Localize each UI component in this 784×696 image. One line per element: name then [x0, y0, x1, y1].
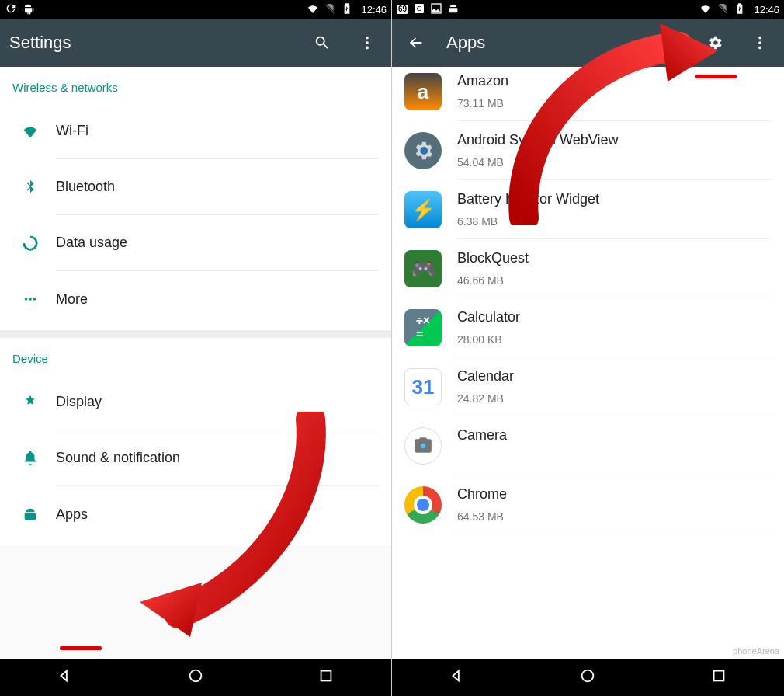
- svg-point-4: [29, 298, 32, 301]
- svg-point-13: [758, 47, 761, 50]
- svg-point-12: [758, 41, 761, 44]
- battery-charging-icon: [341, 2, 353, 17]
- row-wifi[interactable]: Wi-Fi: [0, 103, 391, 159]
- nav-back-button[interactable]: [425, 659, 489, 695]
- row-sound[interactable]: Sound & notification: [0, 430, 391, 486]
- app-name: Android System WebView: [457, 132, 772, 155]
- app-bar-settings: Settings: [0, 19, 391, 67]
- svg-text:C: C: [417, 5, 422, 12]
- app-size: 73.11 MB: [457, 97, 772, 110]
- svg-point-11: [758, 37, 761, 40]
- nav-home-button[interactable]: [164, 659, 227, 695]
- image-icon: [430, 2, 442, 17]
- row-bluetooth[interactable]: Bluetooth: [0, 159, 391, 215]
- svg-point-0: [366, 37, 369, 40]
- row-label: Data usage: [56, 215, 379, 271]
- gear-button[interactable]: [700, 28, 730, 57]
- row-more[interactable]: More: [0, 271, 391, 327]
- app-name: Battery Monitor Widget: [457, 191, 772, 214]
- row-label: More: [56, 271, 379, 327]
- overflow-button[interactable]: [745, 28, 775, 57]
- overflow-button[interactable]: [352, 28, 382, 57]
- refresh-icon: [5, 2, 17, 17]
- battery-charging-icon: [734, 2, 746, 17]
- clock-text: 12:46: [754, 4, 779, 16]
- no-sim-icon: [716, 2, 729, 17]
- back-button[interactable]: [401, 28, 431, 57]
- status-bar: 12:46: [0, 0, 391, 19]
- calculator-icon: ÷×=: [404, 309, 442, 346]
- wifi-icon: [307, 2, 319, 17]
- page-title: Settings: [9, 33, 292, 53]
- app-size: 28.00 KB: [457, 333, 772, 346]
- watermark: phoneArena: [733, 646, 779, 656]
- search-button[interactable]: [307, 28, 337, 57]
- svg-point-14: [421, 148, 428, 154]
- wifi-icon: [699, 2, 712, 17]
- row-label: Apps: [56, 486, 379, 542]
- notification-badge: 69: [397, 5, 408, 14]
- app-size: 64.53 MB: [457, 510, 772, 523]
- svg-point-16: [582, 670, 594, 682]
- svg-point-1: [366, 41, 369, 44]
- svg-point-5: [33, 298, 36, 301]
- nav-recents-button[interactable]: [687, 659, 751, 695]
- app-item-calendar[interactable]: 31 Calendar24.82 MB: [392, 357, 784, 416]
- svg-rect-7: [321, 671, 331, 681]
- android-icon: [22, 2, 34, 17]
- app-item-webview[interactable]: Android System WebView54.04 MB: [392, 121, 784, 180]
- display-icon: [22, 394, 56, 411]
- app-icon: 🎮: [404, 250, 442, 287]
- section-device: Device Display Sound & notification Apps: [0, 338, 391, 545]
- row-apps[interactable]: Apps: [0, 486, 391, 542]
- app-notification-icon: C: [413, 2, 425, 17]
- calendar-icon: 31: [404, 368, 442, 405]
- wifi-icon: [22, 123, 56, 140]
- app-icon: a: [404, 73, 442, 110]
- page-title: Apps: [446, 33, 685, 53]
- svg-point-3: [25, 298, 28, 301]
- app-item-camera[interactable]: Camera: [392, 416, 784, 475]
- gear-icon: [404, 132, 442, 169]
- camera-icon: [404, 427, 442, 465]
- bell-icon: [22, 450, 56, 467]
- row-label: Display: [56, 374, 379, 430]
- nav-bar: [392, 659, 784, 696]
- row-display[interactable]: Display: [0, 374, 391, 430]
- apps-list: a Amazon73.11 MB Android System WebView5…: [392, 67, 784, 659]
- section-header-wireless: Wireless & networks: [0, 67, 391, 103]
- apps-icon: [22, 506, 56, 523]
- app-name: Calendar: [457, 368, 772, 391]
- row-label: Wi-Fi: [56, 103, 379, 159]
- section-wireless: Wireless & networks Wi-Fi Bluetooth Data…: [0, 67, 391, 338]
- nav-recents-button[interactable]: [294, 659, 358, 695]
- app-item-calculator[interactable]: ÷×= Calculator28.00 KB: [392, 298, 784, 357]
- chrome-icon: [404, 486, 442, 524]
- app-item-battery[interactable]: ⚡ Battery Monitor Widget6.38 MB: [392, 180, 784, 239]
- nav-home-button[interactable]: [556, 659, 619, 695]
- android-icon: [447, 2, 460, 17]
- app-item-blockquest[interactable]: 🎮 BlockQuest46.66 MB: [392, 239, 784, 298]
- row-label: Bluetooth: [56, 159, 379, 215]
- nav-back-button[interactable]: [33, 659, 97, 695]
- app-item-chrome[interactable]: Chrome64.53 MB: [392, 475, 784, 534]
- app-size: 46.66 MB: [457, 274, 772, 287]
- app-size: 54.04 MB: [457, 156, 772, 169]
- battery-icon: ⚡: [404, 191, 442, 228]
- status-bar: 69 C 12:46: [392, 0, 784, 19]
- annotation-underline: [60, 646, 102, 650]
- row-data-usage[interactable]: Data usage: [0, 215, 391, 271]
- app-name: Amazon: [457, 73, 772, 96]
- settings-screen: 12:46 Settings Wireless & networks Wi-Fi…: [0, 0, 392, 696]
- nav-bar: [0, 659, 391, 696]
- data-usage-icon: [22, 235, 56, 252]
- clock-text: 12:46: [361, 4, 387, 16]
- section-header-device: Device: [0, 338, 391, 374]
- svg-point-6: [190, 670, 202, 682]
- svg-rect-17: [713, 671, 723, 681]
- app-name: Camera: [457, 427, 772, 462]
- app-item-amazon[interactable]: a Amazon73.11 MB: [392, 67, 784, 121]
- svg-point-15: [421, 444, 426, 449]
- bluetooth-icon: [22, 179, 56, 196]
- app-name: Chrome: [457, 486, 772, 509]
